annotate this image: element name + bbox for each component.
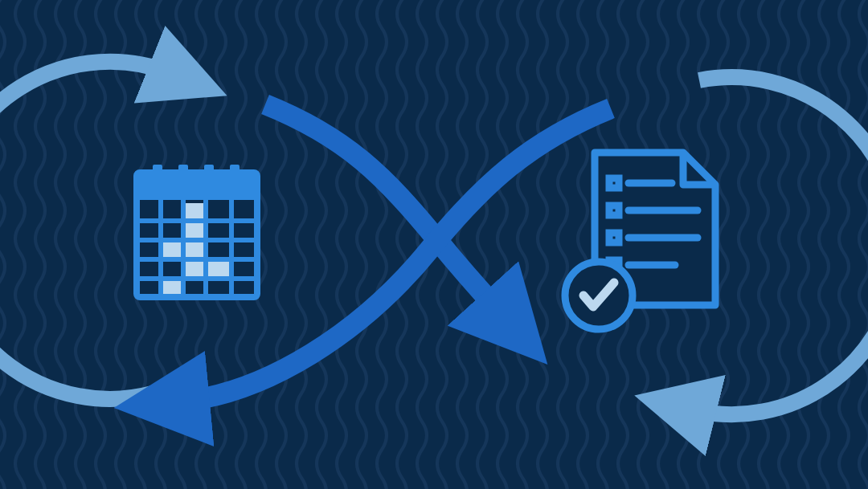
svg-rect-22 <box>163 281 181 294</box>
svg-rect-17 <box>186 223 203 238</box>
diagram-stage <box>0 0 868 489</box>
svg-rect-20 <box>186 262 203 276</box>
svg-rect-18 <box>163 242 181 257</box>
calendar-icon <box>137 165 257 297</box>
cycle-figure <box>0 0 868 489</box>
svg-rect-19 <box>186 242 203 257</box>
checklist-document-icon <box>565 153 715 329</box>
check-badge-icon <box>565 262 633 329</box>
svg-rect-7 <box>140 176 254 200</box>
svg-rect-16 <box>186 203 203 218</box>
svg-rect-21 <box>208 262 229 276</box>
